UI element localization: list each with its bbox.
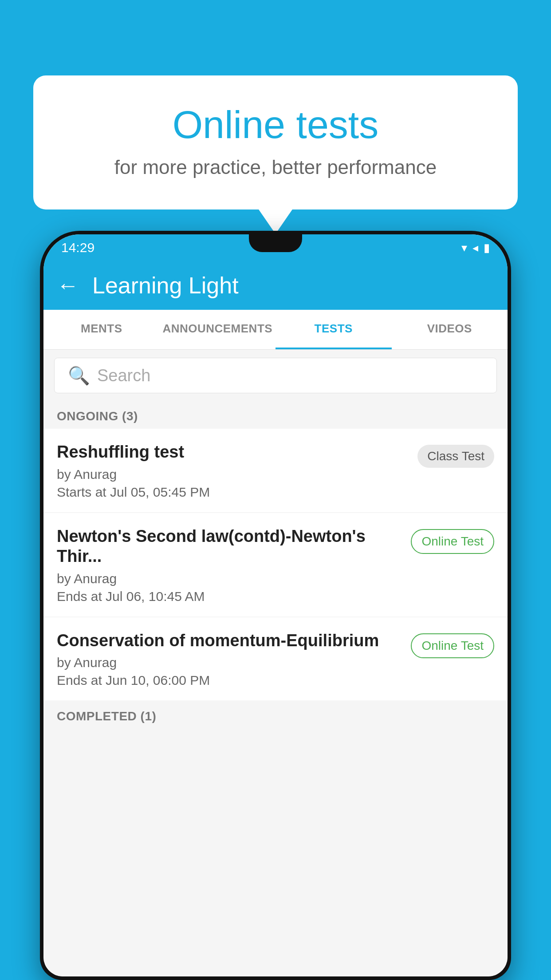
status-icons: ▾ ◂ ▮ xyxy=(461,241,490,255)
test-card-3-left: Conservation of momentum-Equilibrium by … xyxy=(57,631,411,688)
test-card-1[interactable]: Reshuffling test by Anurag Starts at Jul… xyxy=(43,429,508,512)
section-ongoing-header: ONGOING (3) xyxy=(43,401,508,429)
test-card-1-left: Reshuffling test by Anurag Starts at Jul… xyxy=(57,442,417,500)
tab-videos[interactable]: VIDEOS xyxy=(392,310,508,349)
bubble-subtitle: for more practice, better performance xyxy=(69,156,482,178)
test-time-1: Starts at Jul 05, 05:45 PM xyxy=(57,485,409,500)
search-placeholder: Search xyxy=(97,366,150,385)
test-card-3[interactable]: Conservation of momentum-Equilibrium by … xyxy=(43,617,508,701)
screen-content: 🔍 Search ONGOING (3) Reshuffling test by… xyxy=(43,350,508,976)
test-title-2: Newton's Second law(contd)-Newton's Thir… xyxy=(57,526,402,567)
app-bar-title: Learning Light xyxy=(92,272,239,299)
bubble-title: Online tests xyxy=(69,102,482,147)
battery-icon: ▮ xyxy=(484,241,490,255)
test-by-3: by Anurag xyxy=(57,655,402,670)
test-title-1: Reshuffling test xyxy=(57,442,409,462)
tab-assignments[interactable]: MENTS xyxy=(43,310,160,349)
test-time-2: Ends at Jul 06, 10:45 AM xyxy=(57,589,402,604)
test-time-3: Ends at Jun 10, 06:00 PM xyxy=(57,673,402,688)
phone-frame: 14:29 ▾ ◂ ▮ ← Learning Light MENTS ANNOU… xyxy=(40,231,511,980)
wifi-icon: ▾ xyxy=(461,241,467,255)
test-badge-3: Online Test xyxy=(411,633,494,658)
test-title-3: Conservation of momentum-Equilibrium xyxy=(57,631,402,651)
tab-announcements[interactable]: ANNOUNCEMENTS xyxy=(160,310,276,349)
tab-bar: MENTS ANNOUNCEMENTS TESTS VIDEOS xyxy=(43,310,508,350)
test-card-2[interactable]: Newton's Second law(contd)-Newton's Thir… xyxy=(43,513,508,616)
back-button[interactable]: ← xyxy=(57,274,79,296)
test-badge-2: Online Test xyxy=(411,529,494,554)
search-bar[interactable]: 🔍 Search xyxy=(54,358,497,393)
app-bar: ← Learning Light xyxy=(43,261,508,310)
test-by-2: by Anurag xyxy=(57,571,402,586)
test-card-2-left: Newton's Second law(contd)-Newton's Thir… xyxy=(57,526,411,604)
search-icon: 🔍 xyxy=(68,365,90,386)
test-by-1: by Anurag xyxy=(57,467,409,482)
speech-bubble: Online tests for more practice, better p… xyxy=(33,75,518,209)
search-container: 🔍 Search xyxy=(43,350,508,401)
section-completed-header: COMPLETED (1) xyxy=(43,701,508,729)
status-time: 14:29 xyxy=(61,240,94,255)
signal-icon: ◂ xyxy=(472,241,478,255)
status-bar: 14:29 ▾ ◂ ▮ xyxy=(43,234,508,261)
test-badge-1: Class Test xyxy=(417,445,494,468)
phone-screen: 14:29 ▾ ◂ ▮ ← Learning Light MENTS ANNOU… xyxy=(43,234,508,976)
tab-tests[interactable]: TESTS xyxy=(276,310,392,349)
notch xyxy=(249,234,302,252)
